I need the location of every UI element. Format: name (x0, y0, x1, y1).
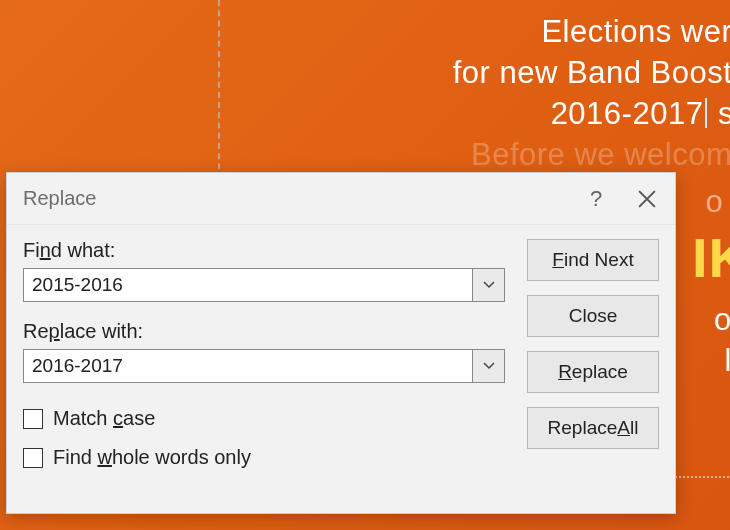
slide-line-3: 2016-2017 sc (230, 94, 730, 135)
replace-all-post: ll (630, 417, 638, 439)
slide-line-3-tail: sc (709, 96, 730, 131)
find-next-button[interactable]: Find Next (527, 239, 659, 281)
match-case-row: Match case (23, 407, 505, 430)
replace-with-combo (23, 349, 505, 383)
replace-all-button[interactable]: Replace All (527, 407, 659, 449)
replace-with-input[interactable] (23, 349, 473, 383)
replace-label-ul: p (49, 320, 60, 342)
find-label-pre: Fi (23, 239, 40, 261)
find-label-post: d what: (51, 239, 115, 261)
replace-button[interactable]: Replace (527, 351, 659, 393)
match-case-post: ase (123, 407, 155, 429)
replace-dialog: Replace ? Find what: Replace with: (6, 172, 676, 514)
replace-label-post: lace with: (60, 320, 143, 342)
find-label-ul: n (40, 239, 51, 261)
replace-with-label: Replace with: (23, 320, 505, 343)
dialog-button-column: Find Next Close Replace Replace All (527, 239, 659, 497)
close-button[interactable] (619, 173, 675, 225)
whole-words-pre: Find (53, 446, 97, 468)
text-cursor (705, 98, 707, 128)
match-case-pre: Match (53, 407, 113, 429)
find-next-post: ind Next (564, 249, 634, 271)
find-what-combo (23, 268, 505, 302)
whole-words-ul: w (97, 446, 111, 468)
whole-words-row: Find whole words only (23, 446, 505, 469)
dialog-left-column: Find what: Replace with: (23, 239, 505, 497)
whole-words-checkbox[interactable] (23, 448, 43, 468)
help-button[interactable]: ? (573, 186, 619, 212)
chevron-down-icon (483, 281, 495, 289)
find-what-dropdown-button[interactable] (473, 268, 505, 302)
replace-all-ul: A (617, 417, 630, 439)
dialog-titlebar: Replace ? (7, 173, 675, 225)
whole-words-label[interactable]: Find whole words only (53, 446, 251, 469)
guide-vertical (218, 0, 220, 200)
dialog-title: Replace (23, 187, 573, 210)
find-what-label: Find what: (23, 239, 505, 262)
find-what-input[interactable] (23, 268, 473, 302)
close-dialog-button[interactable]: Close (527, 295, 659, 337)
replace-all-pre: Replace (548, 417, 618, 439)
close-dialog-text: Close (569, 305, 618, 327)
slide-line-4: Before we welcome (230, 135, 730, 176)
chevron-down-icon (483, 362, 495, 370)
whole-words-post: hole words only (112, 446, 251, 468)
replace-ul: R (558, 361, 572, 383)
match-case-label[interactable]: Match case (53, 407, 155, 430)
dialog-body: Find what: Replace with: (7, 225, 675, 513)
match-case-ul: c (113, 407, 123, 429)
slide-line-1: Elections were (230, 12, 730, 53)
close-icon (638, 190, 656, 208)
match-case-checkbox[interactable] (23, 409, 43, 429)
replace-post: eplace (572, 361, 628, 383)
slide-line-2: for new Band Booste (230, 53, 730, 94)
replace-with-dropdown-button[interactable] (473, 349, 505, 383)
slide-year-text: 2016-2017 (551, 96, 704, 131)
find-next-ul: F (552, 249, 564, 271)
replace-label-pre: Re (23, 320, 49, 342)
